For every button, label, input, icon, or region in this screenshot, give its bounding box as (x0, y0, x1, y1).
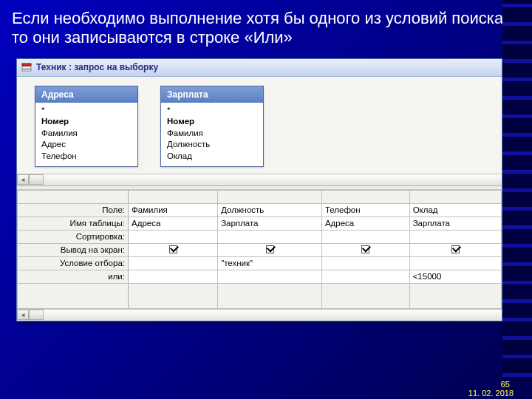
checkbox-icon (361, 245, 369, 253)
row-label-field: Поле: (18, 203, 129, 216)
show-checkbox[interactable] (409, 243, 501, 256)
svg-rect-0 (22, 64, 31, 66)
grid-cell[interactable] (321, 256, 409, 270)
colhdr-row (18, 190, 502, 203)
field-telefon[interactable]: Телефон (41, 151, 132, 163)
grid-hscroll[interactable]: ◄ (17, 309, 502, 321)
field-nomer[interactable]: Номер (167, 116, 257, 128)
qbe-grid: Поле: Фамилия Должность Телефон Оклад Им… (17, 190, 502, 309)
slide-date: 11. 02. 2018 (468, 389, 514, 398)
field-star[interactable]: * (41, 105, 132, 117)
show-checkbox[interactable] (218, 243, 322, 256)
query-window: Техник : запрос на выборку Адреса * Номе… (16, 58, 502, 321)
field-nomer[interactable]: Номер (41, 116, 132, 128)
qbe-grid-pane: Поле: Фамилия Должность Телефон Оклад Им… (17, 190, 502, 321)
grid-cell[interactable] (218, 283, 322, 308)
grid-cell[interactable]: <15000 (409, 270, 501, 283)
grid-cell[interactable] (409, 283, 501, 308)
col-header[interactable] (409, 190, 501, 203)
grid-cell[interactable] (409, 230, 501, 243)
grid-cell[interactable]: Адреса (321, 216, 409, 230)
table-box-zarplata[interactable]: Зарплата * Номер Фамилия Должность Оклад (160, 86, 264, 168)
svg-rect-2 (22, 69, 31, 71)
tables-pane: Адреса * Номер Фамилия Адрес Телефон Зар… (17, 77, 502, 186)
scroll-thumb[interactable] (29, 174, 44, 185)
or-row: или: <15000 (18, 270, 502, 283)
slide-title: Если необходимо выполнение хотя бы одног… (0, 0, 532, 54)
grid-cell[interactable]: Фамилия (129, 203, 218, 216)
row-label-show: Вывод на экран: (18, 243, 129, 256)
checkbox-icon (169, 245, 177, 253)
grid-cell[interactable] (129, 256, 218, 270)
slide-footer: 65 11. 02. 2018 (0, 383, 532, 399)
col-header[interactable] (321, 190, 409, 203)
upper-hscroll[interactable]: ◄ (17, 174, 502, 185)
row-label-criteria: Условие отбора: (18, 256, 129, 270)
grid-cell[interactable] (129, 283, 218, 308)
grid-cell[interactable]: Должность (218, 203, 322, 216)
grid-cell[interactable] (321, 230, 409, 243)
scroll-thumb[interactable] (29, 310, 44, 320)
show-checkbox[interactable] (129, 243, 218, 256)
field-familiya[interactable]: Фамилия (167, 128, 257, 140)
grid-cell[interactable] (218, 230, 322, 243)
table-box-adresa[interactable]: Адреса * Номер Фамилия Адрес Телефон (35, 86, 138, 168)
grid-cell[interactable]: Оклад (409, 203, 501, 216)
query-icon (21, 62, 32, 72)
scroll-left-icon[interactable]: ◄ (17, 310, 29, 320)
grid-cell[interactable]: "техник" (218, 256, 322, 270)
col-header[interactable] (129, 190, 218, 203)
sort-row: Сортировка: (18, 230, 502, 243)
grid-cell[interactable] (129, 230, 218, 243)
grid-cell[interactable]: Телефон (321, 203, 409, 216)
grid-cell[interactable] (129, 270, 218, 283)
field-adres[interactable]: Адрес (41, 139, 132, 151)
row-label-or: или: (18, 270, 129, 283)
field-oklad[interactable]: Оклад (167, 151, 257, 163)
grid-cell[interactable]: Зарплата (218, 216, 322, 230)
corner-cell (18, 190, 129, 203)
table-fields[interactable]: * Номер Фамилия Адрес Телефон (35, 103, 137, 167)
criteria-row: Условие отбора: "техник" (18, 256, 502, 270)
field-star[interactable]: * (167, 105, 257, 117)
row-label-table: Имя таблицы: (18, 216, 129, 230)
row-label-spare (18, 283, 129, 308)
table-header: Адреса (35, 86, 137, 103)
grid-cell[interactable] (218, 270, 322, 283)
field-familiya[interactable]: Фамилия (41, 128, 132, 140)
grid-cell[interactable]: Адреса (129, 216, 218, 230)
grid-cell[interactable] (321, 270, 409, 283)
window-title: Техник : запрос на выборку (36, 62, 158, 72)
field-dolzhnost[interactable]: Должность (167, 139, 257, 151)
show-checkbox[interactable] (321, 243, 409, 256)
svg-rect-1 (22, 66, 31, 69)
table-fields[interactable]: * Номер Фамилия Должность Оклад (161, 103, 263, 167)
table-header: Зарплата (161, 86, 263, 103)
grid-cell[interactable] (409, 256, 501, 270)
col-header[interactable] (218, 190, 322, 203)
checkbox-icon (266, 245, 274, 253)
window-titlebar[interactable]: Техник : запрос на выборку (17, 59, 502, 77)
field-row: Поле: Фамилия Должность Телефон Оклад (18, 203, 502, 216)
scroll-left-icon[interactable]: ◄ (17, 174, 29, 185)
slide-number: 65 (501, 380, 510, 389)
table-row: Имя таблицы: Адреса Зарплата Адреса Зарп… (18, 216, 502, 230)
grid-cell[interactable] (321, 283, 409, 308)
row-label-sort: Сортировка: (18, 230, 129, 243)
checkbox-icon (451, 245, 460, 253)
grid-cell[interactable]: Зарплата (409, 216, 501, 230)
spare-row (18, 283, 502, 308)
show-row: Вывод на экран: (18, 243, 502, 256)
